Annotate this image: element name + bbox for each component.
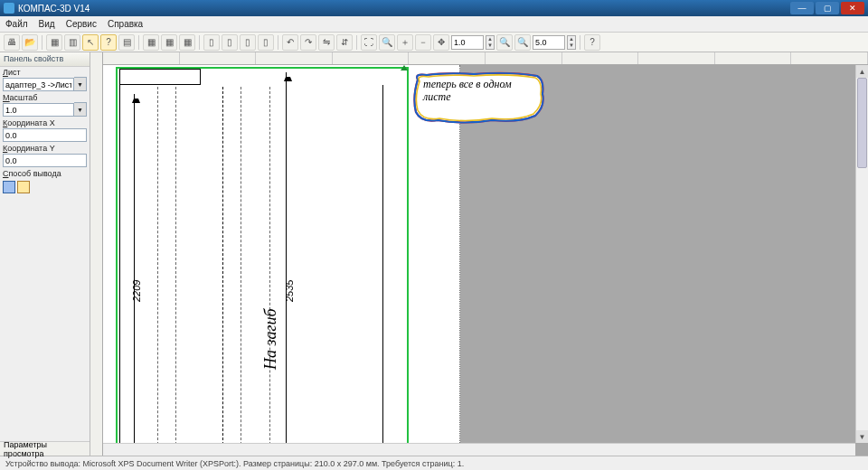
zoom-in-icon[interactable]: ＋ [397, 34, 413, 51]
spacer [0, 195, 90, 441]
scroll-up-icon[interactable]: ▲ [856, 65, 868, 78]
separator [199, 35, 200, 50]
note-line1: теперь все в одном [423, 78, 512, 90]
grid-c-icon[interactable]: ▦ [179, 34, 195, 51]
statusbar: Устройство вывода: Microsoft XPS Documen… [0, 456, 868, 470]
zoom-a-icon[interactable]: 🔍 [496, 34, 513, 51]
note-text: теперь все в одном листе [423, 78, 512, 103]
titleblock-rect [119, 69, 201, 85]
scrollbar-vertical[interactable]: ▲ ▼ [855, 65, 868, 443]
properties-panel: Панель свойств Лист ▼ Масштаб ▼ Координа… [0, 52, 90, 456]
menu-view[interactable]: Вид [39, 19, 55, 29]
zoom-fit-icon[interactable]: ⛶ [361, 34, 377, 51]
dimension-line-left [134, 94, 135, 452]
toggle-3-icon[interactable]: ▤ [118, 34, 135, 51]
dimension-line-right [286, 72, 287, 452]
help-icon[interactable]: ? [584, 34, 600, 51]
output-label: Способ вывода [3, 169, 87, 178]
panel-title: Панель свойств [0, 52, 90, 67]
output-mode [0, 179, 90, 195]
scroll-down-icon[interactable]: ▼ [856, 430, 868, 443]
titlebar: КОМПАС-3D V14 — ▢ ✕ [0, 0, 868, 16]
dash-line [241, 87, 241, 454]
fold-label: На загиб [261, 308, 280, 370]
separator [42, 35, 42, 50]
output-mode-1[interactable] [3, 181, 15, 193]
scale-step-input[interactable] [533, 35, 565, 50]
separator [138, 35, 139, 50]
dash-line [175, 87, 176, 454]
window-title: КОМПАС-3D V14 [18, 4, 790, 14]
flip-v-icon[interactable]: ⇵ [336, 34, 353, 51]
chevron-down-icon[interactable]: ▼ [74, 77, 87, 91]
output-mode-2[interactable] [17, 181, 30, 193]
canvas-column: 2209 2535 На загиб теперь все в [103, 52, 868, 456]
ruler-vertical [90, 52, 103, 456]
menubar: Файл Вид Сервис Справка [0, 16, 868, 33]
layout-4-icon[interactable]: ▯ [258, 34, 274, 51]
coordy-label: Координата Y [3, 144, 87, 153]
flip-h-icon[interactable]: ⇋ [318, 34, 335, 51]
centerline [222, 87, 223, 454]
scrollbar-horizontal[interactable] [103, 443, 855, 456]
status-text: Устройство вывода: Microsoft XPS Documen… [5, 459, 464, 468]
prop-output: Способ вывода [0, 168, 90, 179]
zoom-b-icon[interactable]: 🔍 [514, 34, 531, 51]
zoom-pan-icon[interactable]: ✥ [433, 34, 449, 51]
toggle-cursor-icon[interactable]: ↖ [82, 34, 99, 51]
rotate-r-icon[interactable]: ↷ [300, 34, 316, 51]
print-page: 2209 2535 На загиб теперь все в [103, 65, 460, 456]
chevron-down-icon[interactable]: ▼ [74, 102, 87, 117]
scale-input[interactable] [451, 35, 484, 50]
annotation-note: теперь все в одном листе [410, 70, 546, 127]
layout-3-icon[interactable]: ▯ [240, 34, 256, 51]
scroll-thumb[interactable] [857, 78, 867, 168]
sheet-label: Лист [3, 68, 87, 77]
rotate-l-icon[interactable]: ↶ [282, 34, 298, 51]
viewport[interactable]: 2209 2535 На загиб теперь все в [103, 65, 868, 456]
prop-sheet: Лист ▼ [0, 67, 90, 92]
bottom-tab[interactable]: Параметры просмотра [0, 441, 90, 456]
grid-a-icon[interactable]: ▦ [143, 34, 159, 51]
scale-step-spinner[interactable]: ▲▼ [567, 35, 576, 50]
print-icon[interactable]: 🖶 [4, 34, 20, 51]
maximize-button[interactable]: ▢ [816, 2, 839, 14]
layout-2-icon[interactable]: ▯ [222, 34, 238, 51]
toolbar: 🖶 📂 ▦ ▥ ↖ ? ▤ ▦ ▦ ▦ ▯ ▯ ▯ ▯ ↶ ↷ ⇋ ⇵ ⛶ 🔍 … [0, 33, 868, 52]
separator [356, 35, 357, 50]
prop-coordy: Координата Y [0, 143, 90, 168]
coordx-label: Координата X [3, 118, 87, 127]
scale-spinner[interactable]: ▲▼ [486, 35, 495, 50]
window-buttons: — ▢ ✕ [790, 2, 864, 14]
zoom-sel-icon[interactable]: 🔍 [379, 34, 395, 51]
separator [580, 35, 580, 50]
scale-label: Масштаб [3, 93, 87, 102]
open-icon[interactable]: 📂 [22, 34, 38, 51]
menu-service[interactable]: Сервис [66, 19, 97, 29]
coordx-field[interactable] [3, 128, 87, 142]
coordy-field[interactable] [3, 154, 87, 167]
toggle-info-icon[interactable]: ? [100, 34, 117, 51]
ruler-horizontal [103, 52, 868, 65]
menu-file[interactable]: Файл [5, 19, 28, 29]
canvas-area: 2209 2535 На загиб теперь все в [90, 52, 868, 456]
dash-line [269, 87, 270, 454]
menu-help[interactable]: Справка [108, 19, 143, 29]
dash-line [157, 87, 158, 454]
content: Панель свойств Лист ▼ Масштаб ▼ Координа… [0, 52, 868, 456]
scale-field[interactable] [3, 103, 74, 117]
toggle-1-icon[interactable]: ▦ [46, 34, 62, 51]
separator [278, 35, 278, 50]
body-rect [119, 85, 383, 454]
toggle-2-icon[interactable]: ▥ [64, 34, 80, 51]
close-button[interactable]: ✕ [841, 2, 864, 14]
zoom-out-icon[interactable]: － [415, 34, 431, 51]
grid-b-icon[interactable]: ▦ [161, 34, 177, 51]
prop-coordx: Координата X [0, 118, 90, 143]
minimize-button[interactable]: — [790, 2, 814, 14]
sheet-select[interactable] [3, 78, 74, 91]
cad-drawing: 2209 2535 На загиб [114, 67, 403, 454]
layout-1-icon[interactable]: ▯ [203, 34, 220, 51]
app-icon [4, 3, 14, 14]
dimension-value-left: 2209 [131, 280, 142, 302]
